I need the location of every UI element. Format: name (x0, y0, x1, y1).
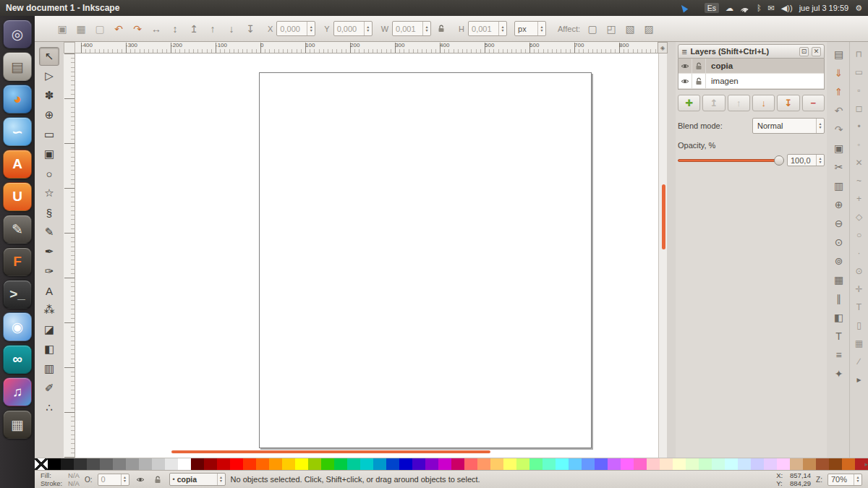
snap-text-baselines-button[interactable]: T (851, 298, 867, 316)
launcher-blue-app[interactable]: ∽ (3, 117, 32, 146)
palette-swatch[interactable] (87, 458, 100, 470)
palette-swatch[interactable] (660, 458, 673, 470)
palette-swatch[interactable] (425, 458, 438, 470)
raise-to-top-button[interactable]: ↥ (185, 20, 203, 38)
layer-lock-status-toggle[interactable] (152, 474, 164, 486)
opacity-slider-knob[interactable] (774, 155, 784, 166)
palette-swatch[interactable] (152, 458, 165, 470)
print-button[interactable]: ▤ (830, 45, 848, 64)
palette-swatch[interactable] (712, 458, 725, 470)
palette-swatch[interactable] (673, 458, 686, 470)
snap-rotation-centers-button[interactable]: ✛ (851, 280, 867, 298)
tool-rectangle[interactable]: ▭ (39, 125, 59, 144)
height-input[interactable]: 0,001 ▴▾ (468, 21, 507, 36)
palette-swatch[interactable] (751, 458, 764, 470)
vertical-ruler[interactable] (64, 53, 75, 458)
layer-visibility-toggle[interactable] (678, 59, 692, 73)
palette-swatch[interactable] (282, 458, 295, 470)
palette-swatch[interactable] (35, 458, 48, 470)
tool-dropper[interactable]: ✐ (39, 379, 59, 398)
find-button[interactable]: ✦ (830, 364, 848, 383)
undo-button[interactable]: ↶ (830, 101, 848, 120)
palette-swatch[interactable] (464, 458, 477, 470)
snap-guides-button[interactable]: ∕ (851, 352, 867, 370)
palette-swatch[interactable] (230, 458, 243, 470)
y-spinner[interactable]: ▴▾ (364, 22, 372, 35)
palette-swatch[interactable] (569, 458, 582, 470)
palette-swatch[interactable] (334, 458, 347, 470)
palette-swatch[interactable] (451, 458, 464, 470)
rotate-cw-button[interactable]: ↷ (129, 20, 146, 38)
cut-button[interactable]: ✂ (830, 158, 848, 176)
palette-swatch[interactable] (634, 458, 647, 470)
launcher-terminal[interactable]: >_ (3, 280, 32, 309)
redo-button[interactable]: ↷ (830, 120, 848, 139)
canvas[interactable] (75, 53, 658, 458)
palette-swatch[interactable] (256, 458, 269, 470)
zoom-out-button[interactable]: ⊖ (830, 214, 848, 233)
session-gear-icon[interactable]: ⚙ (855, 4, 862, 13)
dialog-close-button[interactable]: ✕ (812, 47, 821, 56)
sticky-zoom-toggle[interactable]: ◈ (658, 42, 668, 53)
snap-bbox-edge-midpoints-button[interactable]: • (851, 117, 867, 135)
launcher-files[interactable]: ▤ (3, 52, 32, 81)
x-input[interactable]: 0,000 ▴▾ (276, 21, 315, 36)
layer-name[interactable]: imagen (706, 77, 739, 85)
palette-swatch[interactable] (308, 458, 321, 470)
palette-swatch[interactable] (438, 458, 451, 470)
vertical-scrollbar-thumb[interactable] (662, 184, 665, 249)
layer-raise-top-button[interactable]: ↥ (702, 95, 725, 111)
tool-spiral[interactable]: § (39, 203, 59, 222)
tool-selector[interactable]: ↖ (39, 47, 59, 66)
snap-grids-button[interactable]: ▦ (851, 334, 867, 352)
snap-line-midpoints-button[interactable]: · (851, 244, 867, 262)
palette-swatch[interactable] (386, 458, 399, 470)
launcher-media-app[interactable]: ♫ (3, 377, 32, 406)
affect-stroke-toggle[interactable]: ▢ (584, 20, 601, 38)
export-button[interactable]: ⇑ (830, 82, 848, 101)
palette-scroll-arrow[interactable]: ▸ (864, 458, 868, 470)
palette-swatch[interactable] (738, 458, 751, 470)
palette-swatch[interactable] (360, 458, 373, 470)
snap-nodes-button[interactable]: ✕ (851, 153, 867, 171)
paste-button[interactable]: ▥ (830, 176, 848, 195)
layer-lock-toggle[interactable] (692, 74, 706, 88)
tool-bezier-pen[interactable]: ✒ (39, 242, 59, 261)
volume-icon[interactable]: ◀)) (781, 4, 793, 13)
snap-page-border-button[interactable]: ▯ (851, 316, 867, 334)
palette-swatch[interactable] (803, 458, 816, 470)
palette-swatch[interactable] (503, 458, 516, 470)
zoom-input[interactable]: 70% ▴▾ (827, 474, 862, 486)
rotate-ccw-button[interactable]: ↶ (110, 20, 127, 38)
grid-toggle-button[interactable]: ▦ (830, 270, 848, 289)
layer-row-imagen[interactable]: imagen (678, 74, 824, 89)
palette-swatch[interactable] (178, 458, 191, 470)
snap-bbox-corners-button[interactable]: ◻ (851, 99, 867, 117)
bluetooth-icon[interactable]: ᛒ (757, 4, 762, 12)
align-dialog-button[interactable]: ≡ (830, 346, 848, 364)
palette-swatch[interactable] (477, 458, 490, 470)
palette-swatch[interactable] (165, 458, 178, 470)
x-spinner[interactable]: ▴▾ (307, 22, 315, 35)
raise-button[interactable]: ↑ (204, 20, 221, 38)
layer-name[interactable]: copia (706, 61, 733, 70)
horizontal-ruler[interactable]: -400-300-200-100010020030040050060070080… (75, 42, 665, 53)
clock[interactable]: jue jul 3 19:59 (799, 4, 849, 12)
snap-cusp-nodes-button[interactable]: ◇ (851, 207, 867, 226)
affect-gradient-toggle[interactable]: ▧ (621, 20, 639, 38)
tool-node-editor[interactable]: ▷ (39, 67, 59, 85)
palette-swatch[interactable] (113, 458, 126, 470)
palette-swatch[interactable] (829, 458, 842, 470)
tool-3d-box[interactable]: ▣ (39, 145, 59, 163)
tool-eraser[interactable]: ◪ (39, 320, 59, 339)
launcher-arduino[interactable]: ∞ (3, 345, 32, 374)
palette-swatch[interactable] (204, 458, 217, 470)
deselect-button[interactable]: ▢ (91, 20, 109, 38)
tool-tweak[interactable]: ✽ (39, 86, 59, 105)
palette-swatch[interactable] (842, 458, 855, 470)
layer-lower-button[interactable]: ↓ (752, 95, 775, 111)
blend-mode-select[interactable]: Normal ▴▾ (752, 118, 825, 134)
tool-spray[interactable]: ⁂ (39, 301, 59, 320)
guides-toggle-button[interactable]: ∥ (830, 289, 848, 308)
snap-smooth-nodes-button[interactable]: ○ (851, 226, 867, 244)
